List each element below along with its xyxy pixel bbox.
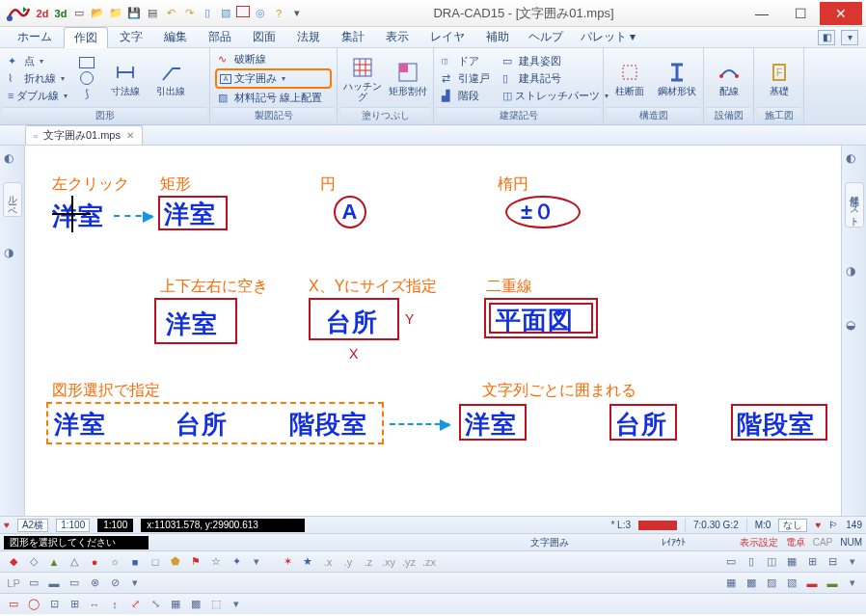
ribbon-rect-divide[interactable]: 矩形割付	[386, 50, 431, 107]
tb-icon[interactable]: ▩	[744, 576, 759, 591]
ribbon-material-online[interactable]: ▨材料記号 線上配置	[215, 90, 332, 106]
tb-icon[interactable]: ◫	[764, 554, 779, 570]
qat-3d-icon[interactable]: 3d	[53, 6, 68, 21]
scale-2[interactable]: 1:100	[97, 519, 133, 532]
tb-icon[interactable]: ✶	[280, 554, 295, 570]
ribbon-shape-circle[interactable]	[77, 70, 96, 86]
flag-icon[interactable]: 🏳	[828, 520, 838, 530]
ribbon-leader[interactable]: 引出線	[149, 50, 192, 107]
menu-help[interactable]: ヘルプ	[521, 27, 571, 47]
tb-icon[interactable]: △	[67, 554, 82, 570]
ribbon-text-enclosure[interactable]: A文字囲み	[215, 68, 332, 89]
ribbon-shape-arc[interactable]: ⟆	[82, 87, 92, 101]
tb-icon[interactable]: ⤢	[127, 597, 143, 612]
m-status[interactable]: M:0	[755, 520, 771, 530]
ribbon-stairs[interactable]: ▟階段	[439, 88, 496, 104]
tb-icon[interactable]: .z	[361, 554, 376, 570]
side-tool-icon[interactable]: ◑	[846, 264, 863, 281]
qat-icon[interactable]: ▧	[218, 6, 233, 21]
ribbon-polyline[interactable]: ⌇折れ線	[5, 70, 70, 87]
ribbon-door[interactable]: ⎅ドア	[439, 53, 496, 69]
ribbon-wiring[interactable]: 配線	[707, 50, 750, 107]
minimize-button[interactable]: —	[743, 2, 781, 25]
tb-icon[interactable]: ▾	[229, 597, 244, 612]
tb-icon[interactable]: ○	[107, 554, 122, 570]
ribbon-sliding-door[interactable]: ⇄引違戸	[439, 70, 496, 87]
tb-icon[interactable]: ▧	[784, 576, 799, 591]
tb-icon[interactable]: ▦	[784, 554, 799, 570]
ribbon-column-section[interactable]: 柱断面	[607, 50, 654, 107]
scale-1[interactable]: 1:100	[56, 519, 90, 532]
menu-view[interactable]: 表示	[376, 27, 419, 47]
tb-icon[interactable]: ⚑	[188, 554, 203, 570]
tb-icon[interactable]: ★	[300, 554, 315, 570]
tb-icon[interactable]: ⊗	[87, 576, 102, 591]
qat-icon[interactable]	[236, 6, 250, 17]
tb-icon[interactable]: ▦	[168, 597, 183, 612]
close-button[interactable]: ✕	[820, 2, 862, 25]
tb-icon[interactable]: ⬚	[208, 597, 224, 612]
side-tool-icon[interactable]: ◐	[846, 151, 863, 169]
tb-icon[interactable]: .yz	[401, 554, 417, 570]
tb-dropdown-icon[interactable]: ▾	[845, 554, 860, 570]
tb-dropdown-icon[interactable]: ▾	[249, 554, 264, 570]
color-swatch[interactable]	[638, 521, 677, 530]
tb-icon[interactable]: ⬟	[168, 554, 183, 570]
menu-draw[interactable]: 作図	[64, 27, 108, 48]
tb-icon[interactable]: ▨	[764, 576, 779, 591]
tb-icon[interactable]: .x	[320, 554, 336, 570]
qat-undo-icon[interactable]: ↶	[163, 6, 178, 21]
maximize-button[interactable]: ☐	[781, 2, 820, 25]
tb-icon[interactable]: ☆	[208, 554, 224, 570]
qat-more-icon[interactable]: ▾	[289, 6, 305, 21]
left-panel-tab[interactable]: ルーペ	[3, 182, 22, 217]
menu-palette[interactable]: パレット ▾	[573, 27, 643, 47]
tb-icon[interactable]: ▯	[744, 554, 759, 570]
paper-size[interactable]: A2横	[17, 519, 48, 532]
qat-2d-icon[interactable]: 2d	[35, 6, 50, 21]
tb-icon[interactable]: ⊘	[107, 576, 122, 591]
menu-layer[interactable]: レイヤ	[420, 27, 474, 47]
document-tab[interactable]: ▫ 文字囲み01.mps ✕	[25, 125, 143, 145]
tb-icon[interactable]: .zx	[421, 554, 437, 570]
grid-status[interactable]: 7:0.30 G:2	[693, 520, 739, 530]
tb-icon[interactable]: ■	[127, 554, 143, 570]
tb-icon[interactable]: ▬	[46, 576, 62, 591]
tb-icon[interactable]: ↕	[107, 597, 122, 612]
qat-save-icon[interactable]: 💾	[126, 6, 142, 21]
ribbon-point[interactable]: ✦点	[5, 53, 70, 69]
menu-text[interactable]: 文字	[110, 27, 152, 47]
ribbon-fixture-symbol[interactable]: ▯建具記号	[500, 70, 598, 87]
menu-home[interactable]: ホーム	[8, 27, 62, 47]
tb-icon[interactable]: ▩	[188, 597, 203, 612]
ribbon-hatching[interactable]: ハッチング	[340, 50, 386, 107]
drawing-canvas[interactable]: 左クリック 矩形 円 楕円 洋室 洋室 A ±０ 上下左右に空き X、Yにサイズ…	[25, 146, 841, 516]
qat-help-icon[interactable]: ?	[271, 6, 286, 21]
ribbon-breakline[interactable]: ∿破断線	[215, 51, 332, 67]
tb-icon[interactable]: ⤡	[148, 597, 163, 612]
display-settings[interactable]: 表示設定	[740, 536, 778, 549]
tb-icon[interactable]: .y	[340, 554, 356, 570]
tb-icon[interactable]: ⊡	[46, 597, 62, 612]
side-tool-icon[interactable]: ◑	[4, 246, 21, 263]
menu-drawing[interactable]: 図面	[243, 27, 285, 47]
tb-icon[interactable]: ◇	[26, 554, 41, 570]
menu-regulation[interactable]: 法規	[287, 27, 330, 47]
tb-icon[interactable]: ●	[87, 554, 102, 570]
tb-icon[interactable]: ▭	[26, 576, 41, 591]
tb-icon[interactable]: .xy	[381, 554, 396, 570]
tb-icon[interactable]: ⊞	[67, 597, 82, 612]
menu-parts[interactable]: 部品	[199, 27, 241, 47]
tb-icon[interactable]: ✦	[229, 554, 244, 570]
calculator[interactable]: 電卓	[786, 536, 805, 549]
tb-icon[interactable]: LP	[6, 576, 21, 591]
side-tool-icon[interactable]: ◒	[846, 318, 863, 335]
ribbon-steel-shape[interactable]: 鋼材形状	[654, 50, 701, 107]
ribbon-doubleline[interactable]: ≡ダブル線	[5, 88, 70, 104]
ribbon-shape-square[interactable]	[76, 56, 97, 69]
ribbon-dimension[interactable]: 寸法線	[101, 50, 149, 107]
qat-icon[interactable]: ▭	[71, 6, 87, 21]
ribbon-foundation[interactable]: F基礎	[757, 50, 800, 107]
document-tab-close-icon[interactable]: ✕	[126, 130, 134, 141]
qat-redo-icon[interactable]: ↷	[181, 6, 197, 21]
